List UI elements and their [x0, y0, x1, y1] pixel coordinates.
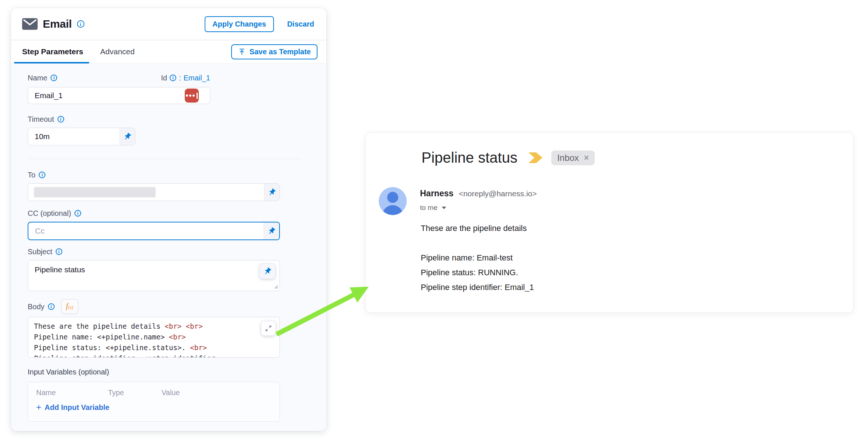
- id-separator: :: [179, 74, 181, 82]
- subject-label-row: Subject i: [28, 246, 310, 257]
- save-as-template-label: Save as Template: [250, 48, 311, 56]
- body-code-line: Pipeline status: <+pipeline.status>. <br…: [34, 342, 274, 353]
- email-body-line: Pipeline name: Email-test: [421, 251, 534, 265]
- timeout-info-icon[interactable]: i: [58, 116, 64, 122]
- upload-icon: [238, 48, 246, 56]
- add-input-variable-button[interactable]: + Add Input Variable: [36, 403, 110, 412]
- step-parameters-form: Name i Id i : Email_1 Timeout i: [11, 63, 326, 431]
- pin-icon: [121, 131, 133, 142]
- discard-button[interactable]: Discard: [285, 20, 316, 29]
- id-info-icon[interactable]: i: [170, 75, 176, 81]
- tab-advanced[interactable]: Advanced: [100, 40, 135, 63]
- column-header-value: Value: [162, 389, 180, 397]
- to-label: To: [28, 171, 35, 179]
- to-input-group: [28, 183, 280, 201]
- email-header-row: Pipeline status Inbox ×: [421, 149, 595, 166]
- panel-header: Email i Apply Changes Discard: [11, 8, 326, 40]
- tab-bar: Step Parameters Advanced Save as Templat…: [11, 40, 326, 63]
- body-code-line: Pipeline name: <+pipeline.name> <br>: [34, 332, 274, 342]
- subject-pin-button[interactable]: [259, 263, 275, 279]
- cc-input-group: [28, 222, 280, 240]
- email-body-line: Pipeline status: RUNNING.: [421, 265, 534, 280]
- column-header-name: Name: [36, 389, 108, 397]
- timeout-input[interactable]: [28, 128, 119, 145]
- cc-input[interactable]: [28, 222, 264, 239]
- subject-info-icon[interactable]: i: [56, 248, 62, 255]
- sender-name: Harness: [420, 189, 454, 198]
- to-label-row: To i: [28, 169, 310, 180]
- importance-marker-icon[interactable]: [528, 152, 542, 163]
- name-id-row: Name i Id i : Email_1: [28, 72, 210, 83]
- body-code-line: These are the pipeline details <br> <br>: [34, 321, 274, 332]
- expand-icon: [265, 325, 272, 332]
- subject-textarea[interactable]: Pipeline status: [28, 260, 280, 291]
- email-step-icon: [22, 18, 38, 30]
- name-label: Name: [28, 74, 47, 82]
- cc-pin-button[interactable]: [264, 222, 279, 239]
- redacted-email-block: [34, 187, 156, 197]
- name-label-row: Name i: [28, 72, 57, 83]
- recipient-dropdown[interactable]: to me: [420, 204, 537, 212]
- name-input[interactable]: [28, 87, 210, 104]
- cc-info-icon[interactable]: i: [74, 210, 81, 217]
- name-input-wrap: [28, 87, 210, 104]
- step-id-group: Id i : Email_1: [161, 74, 210, 82]
- body-label: Body: [28, 303, 45, 311]
- sender-avatar[interactable]: [379, 187, 407, 215]
- input-variables-header: Name Type Value: [36, 389, 271, 397]
- timeout-pin-button[interactable]: [119, 128, 135, 145]
- body-code-line: Pipeline step identifier: <+step.identif…: [34, 353, 274, 358]
- pin-icon: [265, 225, 277, 237]
- email-body: These are the pipeline details Pipeline …: [421, 221, 534, 295]
- cc-label: CC (optional): [28, 209, 71, 218]
- add-input-variable-label: Add Input Variable: [45, 403, 110, 412]
- id-label: Id: [161, 74, 167, 82]
- body-label-row: Body i f(x): [28, 299, 310, 314]
- column-header-type: Type: [108, 389, 162, 397]
- input-variables-box: Name Type Value + Add Input Variable: [28, 382, 280, 422]
- pin-icon: [261, 265, 273, 277]
- email-body-line: [421, 236, 534, 251]
- body-label-group: Body i: [28, 301, 55, 312]
- title-info-icon[interactable]: i: [77, 20, 84, 28]
- body-info-icon[interactable]: i: [48, 303, 55, 310]
- expand-editor-button[interactable]: [261, 321, 276, 336]
- password-manager-extension-icon[interactable]: [185, 89, 199, 103]
- plus-icon: +: [36, 403, 41, 412]
- body-code-editor[interactable]: These are the pipeline details <br> <br>…: [28, 317, 280, 358]
- timeout-label-row: Timeout i: [28, 114, 310, 125]
- email-step-panel: Email i Apply Changes Discard Step Param…: [11, 8, 326, 431]
- timeout-input-group: [28, 128, 135, 145]
- save-as-template-button[interactable]: Save as Template: [231, 44, 317, 59]
- fx-sub-label: (x): [68, 305, 73, 310]
- resize-handle[interactable]: [273, 284, 278, 289]
- sender-email: <noreply@harness.io>: [459, 189, 537, 198]
- to-info-icon[interactable]: i: [39, 172, 45, 178]
- inbox-label-chip[interactable]: Inbox ×: [551, 151, 595, 165]
- page-title: Email: [43, 18, 72, 30]
- email-subject-title: Pipeline status: [421, 149, 517, 166]
- cc-label-row: CC (optional) i: [28, 208, 310, 219]
- name-info-icon[interactable]: i: [51, 75, 57, 81]
- inbox-chip-label: Inbox: [557, 153, 579, 163]
- subject-label: Subject: [28, 248, 52, 256]
- expression-fx-button[interactable]: f(x): [61, 299, 78, 314]
- email-body-line: Pipeline step identifier: Email_1: [421, 280, 534, 295]
- subject-wrap: Pipeline status: [28, 260, 280, 291]
- to-pin-button[interactable]: [264, 184, 280, 201]
- email-preview-card: Pipeline status Inbox × Harness <noreply…: [365, 132, 854, 313]
- tab-step-parameters[interactable]: Step Parameters: [22, 40, 83, 63]
- timeout-label: Timeout: [28, 115, 54, 124]
- remove-label-icon[interactable]: ×: [584, 153, 589, 162]
- sender-block: Harness <noreply@harness.io> to me: [420, 189, 537, 212]
- input-variables-label: Input Variables (optional): [28, 366, 310, 377]
- pin-icon: [266, 186, 278, 198]
- apply-changes-button[interactable]: Apply Changes: [205, 16, 274, 32]
- recipient-label: to me: [420, 204, 438, 212]
- email-body-line: These are the pipeline details: [421, 221, 534, 236]
- id-value-link[interactable]: Email_1: [184, 74, 210, 82]
- section-divider: [28, 159, 302, 159]
- chevron-down-icon: [442, 207, 446, 209]
